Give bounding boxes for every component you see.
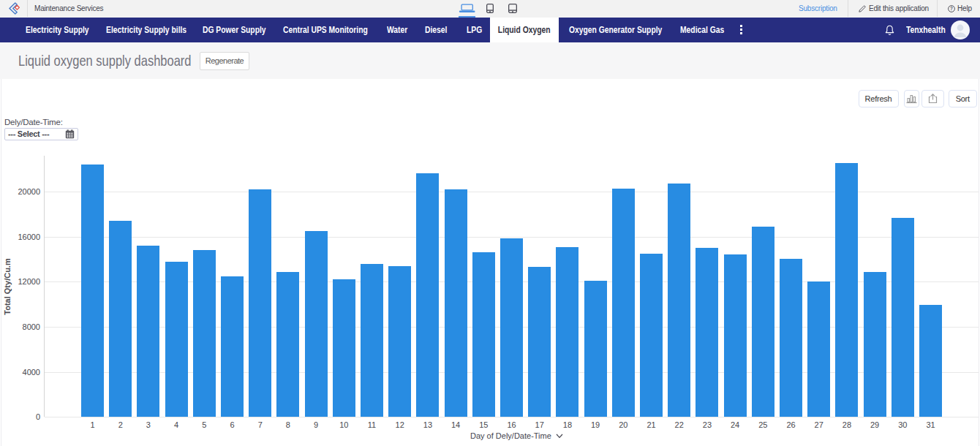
svg-text:?: ? <box>950 6 953 11</box>
